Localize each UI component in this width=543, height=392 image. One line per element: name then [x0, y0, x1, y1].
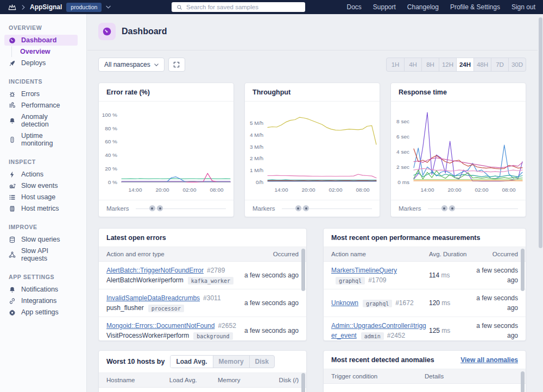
bell-icon [9, 286, 16, 293]
sidebar-item-errors[interactable]: Errors [4, 88, 78, 99]
scrollbar-thumb[interactable] [301, 249, 305, 291]
hosts-toggle-memory[interactable]: Memory [213, 356, 249, 368]
page-scrollbar-thumb[interactable] [539, 17, 542, 248]
environment-chevron-down-icon[interactable] [106, 5, 111, 9]
sidebar-item-label: Uptime monitoring [21, 132, 73, 147]
markers-row: Markers [99, 200, 233, 217]
namespace-filter-button[interactable]: All namespaces [98, 58, 165, 72]
appsignal-logo-icon[interactable] [8, 4, 17, 10]
fullscreen-button[interactable] [168, 58, 185, 72]
svg-text:4 M/h: 4 M/h [250, 132, 263, 138]
error-type-link[interactable]: Mongoid::Errors::DocumentNotFound [106, 322, 214, 330]
nav-link-changelog[interactable]: Changelog [407, 3, 439, 11]
svg-text:20 %: 20 % [105, 166, 117, 172]
marker-dot[interactable] [441, 205, 447, 211]
sidebar-item-label: App settings [21, 308, 59, 316]
sidebar-item-dashboard[interactable]: Dashboard [4, 35, 78, 46]
svg-text:08:00: 08:00 [210, 187, 223, 193]
scrollbar-thumb[interactable] [521, 371, 525, 392]
sidebar-item-overview[interactable]: Overview [11, 46, 78, 57]
time-range-group: 1H4H8H12H24H48H7D30D [386, 58, 526, 72]
table-row [99, 388, 306, 392]
svg-text:0 ms: 0 ms [397, 179, 409, 185]
action-link[interactable]: MarkersTimelineQuery [331, 267, 397, 274]
marker-dot[interactable] [449, 205, 455, 211]
filter-row: All namespaces 1H4H8H12H24H48H7D30D [98, 58, 526, 72]
error-type-link[interactable]: InvalidSampleDataBreadcrumbs [106, 294, 200, 302]
sidebar-item-performance[interactable]: Performance [4, 100, 78, 111]
marker-dot[interactable] [303, 205, 309, 211]
nav-link-docs[interactable]: Docs [346, 3, 361, 11]
breadcrumb-app-name[interactable]: AppSignal [30, 3, 62, 11]
time-range-30d[interactable]: 30D [508, 58, 526, 71]
worst-hosts-card: Worst 10 hosts by Load Avg.MemoryDisk Ho… [98, 350, 307, 392]
gear-icon [9, 309, 16, 316]
nav-link-profile-settings[interactable]: Profile & Settings [450, 3, 500, 11]
sidebar-item-label: Actions [21, 170, 43, 178]
page-scrollbar [538, 15, 542, 391]
nav-link-support[interactable]: Support [373, 3, 396, 11]
error-type-link[interactable]: AlertBatch::TriggerNotFoundError [106, 267, 204, 274]
svg-text:14:00: 14:00 [420, 187, 434, 193]
marker-dot[interactable] [157, 205, 163, 211]
sidebar-item-deploys[interactable]: Deploys [4, 58, 78, 68]
sidebar-item-slow-api-requests[interactable]: Slow API requests [4, 245, 78, 264]
sidebar-section-title: OVERVIEW [0, 22, 86, 35]
namespace-badge: graphql [336, 277, 365, 284]
hosts-toggle-disk[interactable]: Disk [249, 356, 274, 368]
card-title: Most recent detected anomalies [331, 356, 434, 364]
throughput-chart-card: Throughput 0/h1 M/h2 M/h3 M/h4 M/h5 M/h1… [244, 83, 380, 217]
table-scrollbar [521, 371, 525, 392]
sidebar-item-anomaly-detection[interactable]: Anomaly detection [4, 111, 78, 130]
time-range-1h[interactable]: 1H [387, 58, 404, 71]
sidebar-item-uptime-monitoring[interactable]: Uptime monitoring [4, 130, 78, 149]
scrollbar-thumb[interactable] [301, 373, 305, 392]
bolt-icon [9, 171, 16, 178]
sidebar-item-host-metrics[interactable]: Host metrics [4, 203, 78, 214]
sidebar-item-host-usage[interactable]: Host usage [4, 192, 78, 203]
table-scrollbar [521, 248, 525, 339]
namespace-badge: kafka_worker [188, 277, 233, 284]
environment-badge[interactable]: production [66, 3, 102, 12]
svg-text:2 sec: 2 sec [396, 164, 409, 170]
sidebar-item-actions[interactable]: Actions [4, 169, 78, 180]
sidebar-item-slow-events[interactable]: Slow events [4, 180, 78, 191]
time-range-8h[interactable]: 8H [421, 58, 439, 71]
svg-text:6 sec: 6 sec [396, 134, 409, 140]
error-row: InvalidSampleDataBreadcrumbs#3011push_fl… [99, 289, 306, 317]
scrollbar-thumb[interactable] [521, 249, 525, 291]
occurred-cell: a few seconds ago [242, 326, 299, 336]
svg-text:08:00: 08:00 [502, 187, 515, 193]
response-time-chart: 0 ms2 sec4 sec6 sec8 sec14:0020:0002:000… [391, 102, 526, 200]
time-range-12h[interactable]: 12H [439, 58, 456, 71]
nav-link-sign-out[interactable]: Sign out [512, 3, 535, 11]
sidebar-item-slow-queries[interactable]: Slow queries [4, 234, 78, 245]
sidebar-item-label: Slow queries [21, 236, 60, 243]
marker-dot[interactable] [149, 205, 155, 211]
time-range-24h[interactable]: 24H [456, 58, 473, 71]
global-search[interactable] [172, 2, 305, 12]
bug-icon [9, 91, 16, 98]
marker-dot[interactable] [295, 205, 301, 211]
search-input[interactable] [185, 3, 303, 11]
time-range-48h[interactable]: 48H [473, 58, 491, 71]
hosts-toggle-load-avg[interactable]: Load Avg. [171, 356, 212, 368]
performance-row: Admin::UpgradesController#trigger_eventa… [324, 317, 526, 341]
action-link[interactable]: Unknown [331, 299, 358, 307]
occurred-cell: a few seconds ago [242, 270, 299, 280]
bell-icon [9, 117, 16, 124]
list-icon [9, 194, 16, 201]
namespace-badge: background [193, 332, 232, 340]
markers-row: Markers [391, 200, 526, 217]
time-range-4h[interactable]: 4H [404, 58, 421, 71]
sidebar-item-app-settings[interactable]: App settings [4, 307, 78, 318]
sidebar-item-notifications[interactable]: Notifications [4, 284, 78, 295]
time-range-7d[interactable]: 7D [491, 58, 508, 71]
error-rate-chart-card: Error rate (%) 0 %20 %40 %60 %80 %100 %1… [98, 83, 234, 217]
breadcrumb-chevron-icon [22, 5, 25, 10]
sidebar-item-integrations[interactable]: Integrations [4, 295, 78, 306]
database-icon [9, 236, 16, 243]
column-header: Occurred [473, 251, 518, 257]
view-all-anomalies-link[interactable]: View all anomalies [460, 356, 518, 364]
column-header: Disk (/) [266, 377, 299, 383]
